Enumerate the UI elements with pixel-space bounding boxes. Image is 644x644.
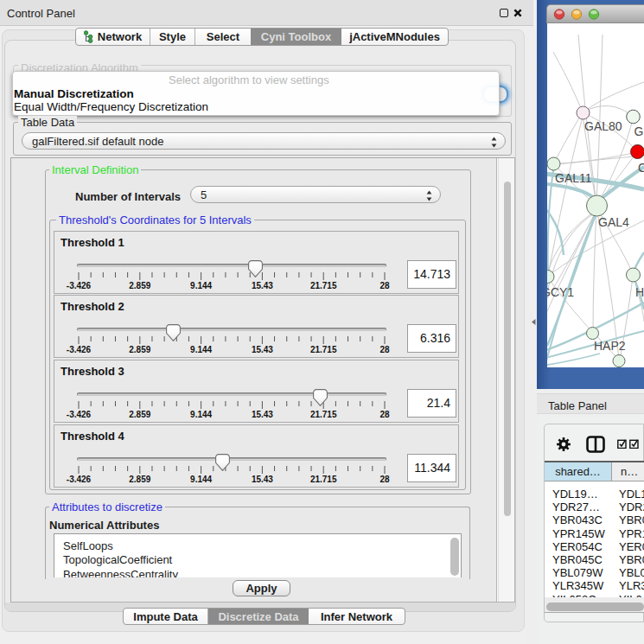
svg-text:G.: G. (634, 124, 644, 138)
svg-text:GAL4: GAL4 (598, 215, 629, 229)
svg-text:GAL80: GAL80 (584, 119, 622, 133)
svg-text:GAL11: GAL11 (555, 171, 592, 185)
svg-text:GCY1: GCY1 (547, 285, 574, 299)
svg-text:C: C (638, 161, 644, 175)
svg-text:HAP2: HAP2 (594, 339, 626, 353)
svg-text:H: H (635, 285, 644, 299)
